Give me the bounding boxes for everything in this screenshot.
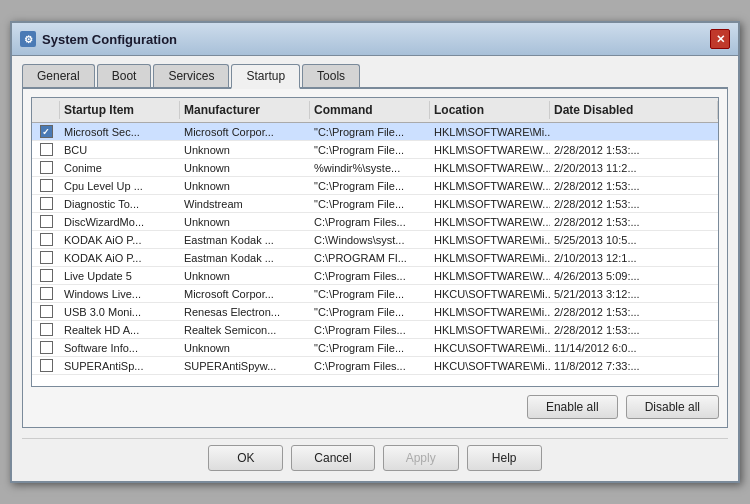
startup-location: HKLM\SOFTWARE\Mi... [430, 249, 550, 266]
table-row[interactable]: Microsoft Sec...Microsoft Corpor..."C:\P… [32, 123, 718, 141]
checkbox-cell[interactable] [32, 249, 60, 266]
col-startup-item: Startup Item [60, 101, 180, 119]
startup-command: "C:\Program File... [310, 123, 430, 140]
startup-date [550, 123, 718, 140]
startup-item-name: Software Info... [60, 339, 180, 356]
close-button[interactable]: ✕ [710, 29, 730, 49]
startup-item-name: Cpu Level Up ... [60, 177, 180, 194]
startup-checkbox[interactable] [40, 251, 53, 264]
startup-location: HKCU\SOFTWARE\Mi... [430, 285, 550, 302]
startup-manufacturer: Microsoft Corpor... [180, 285, 310, 302]
startup-checkbox[interactable] [40, 359, 53, 372]
startup-checkbox[interactable] [40, 323, 53, 336]
checkbox-cell[interactable] [32, 357, 60, 374]
startup-date: 2/28/2012 1:53:... [550, 321, 718, 338]
bottom-buttons: OK Cancel Apply Help [22, 438, 728, 471]
window-title: System Configuration [42, 32, 177, 47]
table-row[interactable]: Live Update 5UnknownC:\Program Files...H… [32, 267, 718, 285]
startup-command: C:\Program Files... [310, 321, 430, 338]
startup-location: HKLM\SOFTWARE\Mi... [430, 123, 550, 140]
tab-general[interactable]: General [22, 64, 95, 87]
startup-date: 11/8/2012 7:33:... [550, 357, 718, 374]
checkbox-cell[interactable] [32, 141, 60, 158]
startup-location: HKCU\SOFTWARE\Mi... [430, 339, 550, 356]
checkbox-cell[interactable] [32, 231, 60, 248]
tab-services[interactable]: Services [153, 64, 229, 87]
startup-item-name: USB 3.0 Moni... [60, 303, 180, 320]
table-row[interactable]: DiscWizardMo...UnknownC:\Program Files..… [32, 213, 718, 231]
table-header: Startup Item Manufacturer Command Locati… [32, 98, 718, 123]
startup-checkbox[interactable] [40, 233, 53, 246]
table-row[interactable]: KODAK AiO P...Eastman Kodak ...C:\Window… [32, 231, 718, 249]
startup-checkbox[interactable] [40, 143, 53, 156]
table-row[interactable]: Cpu Level Up ...Unknown"C:\Program File.… [32, 177, 718, 195]
startup-command: "C:\Program File... [310, 339, 430, 356]
checkbox-cell[interactable] [32, 195, 60, 212]
table-row[interactable]: ConimeUnknown%windir%\syste...HKLM\SOFTW… [32, 159, 718, 177]
cancel-button[interactable]: Cancel [291, 445, 374, 471]
table-row[interactable]: Windows Live...Microsoft Corpor..."C:\Pr… [32, 285, 718, 303]
startup-manufacturer: Unknown [180, 339, 310, 356]
startup-checkbox[interactable] [40, 305, 53, 318]
ok-button[interactable]: OK [208, 445, 283, 471]
table-row[interactable]: Diagnostic To...Windstream"C:\Program Fi… [32, 195, 718, 213]
startup-item-name: DiscWizardMo... [60, 213, 180, 230]
startup-date: 2/28/2012 1:53:... [550, 303, 718, 320]
enable-all-button[interactable]: Enable all [527, 395, 618, 419]
checkbox-cell[interactable] [32, 177, 60, 194]
startup-command: "C:\Program File... [310, 285, 430, 302]
table-row[interactable]: USB 3.0 Moni...Renesas Electron..."C:\Pr… [32, 303, 718, 321]
table-row[interactable]: BCUUnknown"C:\Program File...HKLM\SOFTWA… [32, 141, 718, 159]
title-bar: ⚙ System Configuration ✕ [12, 23, 738, 56]
startup-manufacturer: Realtek Semicon... [180, 321, 310, 338]
disable-all-button[interactable]: Disable all [626, 395, 719, 419]
startup-checkbox[interactable] [40, 161, 53, 174]
col-manufacturer: Manufacturer [180, 101, 310, 119]
checkbox-cell[interactable] [32, 285, 60, 302]
checkbox-cell[interactable] [32, 303, 60, 320]
startup-manufacturer: Unknown [180, 141, 310, 158]
tab-tools[interactable]: Tools [302, 64, 360, 87]
startup-checkbox[interactable] [40, 125, 53, 138]
startup-command: "C:\Program File... [310, 177, 430, 194]
col-date: Date Disabled [550, 101, 718, 119]
startup-checkbox[interactable] [40, 179, 53, 192]
startup-location: HKLM\SOFTWARE\Mi... [430, 321, 550, 338]
checkbox-cell[interactable] [32, 123, 60, 140]
col-command: Command [310, 101, 430, 119]
window-body: General Boot Services Startup Tools Star… [12, 56, 738, 481]
tab-startup[interactable]: Startup [231, 64, 300, 89]
table-row[interactable]: Software Info...Unknown"C:\Program File.… [32, 339, 718, 357]
startup-command: "C:\Program File... [310, 141, 430, 158]
startup-date: 5/25/2013 10:5... [550, 231, 718, 248]
startup-table: Startup Item Manufacturer Command Locati… [31, 97, 719, 387]
table-row[interactable]: KODAK AiO P...Eastman Kodak ...C:\PROGRA… [32, 249, 718, 267]
startup-item-name: Realtek HD A... [60, 321, 180, 338]
startup-date: 4/26/2013 5:09:... [550, 267, 718, 284]
checkbox-cell[interactable] [32, 159, 60, 176]
tab-boot[interactable]: Boot [97, 64, 152, 87]
checkbox-cell[interactable] [32, 213, 60, 230]
startup-checkbox[interactable] [40, 341, 53, 354]
startup-checkbox[interactable] [40, 215, 53, 228]
table-row[interactable]: SUPERAntiSp...SUPERAntiSpyw...C:\Program… [32, 357, 718, 375]
startup-date: 11/14/2012 6:0... [550, 339, 718, 356]
startup-date: 2/28/2012 1:53:... [550, 177, 718, 194]
checkbox-cell[interactable] [32, 321, 60, 338]
help-button[interactable]: Help [467, 445, 542, 471]
startup-item-name: Conime [60, 159, 180, 176]
startup-item-name: SUPERAntiSp... [60, 357, 180, 374]
startup-manufacturer: Unknown [180, 177, 310, 194]
startup-command: C:\Program Files... [310, 267, 430, 284]
startup-checkbox[interactable] [40, 287, 53, 300]
startup-date: 2/20/2013 11:2... [550, 159, 718, 176]
tab-content: Startup Item Manufacturer Command Locati… [22, 89, 728, 428]
startup-manufacturer: Windstream [180, 195, 310, 212]
startup-item-name: Microsoft Sec... [60, 123, 180, 140]
startup-checkbox[interactable] [40, 269, 53, 282]
apply-button[interactable]: Apply [383, 445, 459, 471]
checkbox-cell[interactable] [32, 339, 60, 356]
startup-checkbox[interactable] [40, 197, 53, 210]
checkbox-cell[interactable] [32, 267, 60, 284]
table-row[interactable]: Realtek HD A...Realtek Semicon...C:\Prog… [32, 321, 718, 339]
